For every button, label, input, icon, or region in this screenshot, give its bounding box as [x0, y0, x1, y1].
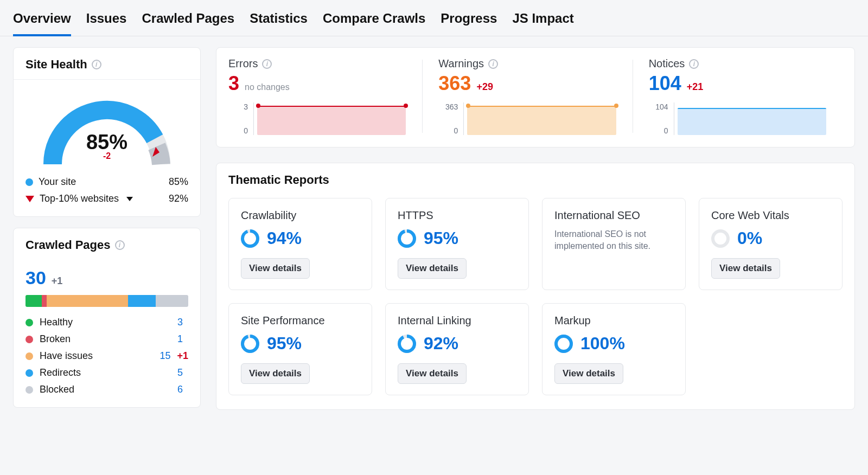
info-icon[interactable]: i	[262, 59, 272, 69]
errors-value: 3	[228, 72, 239, 95]
tab-overview[interactable]: Overview	[13, 11, 71, 36]
report-card-international: International SEOInternational SEO is no…	[542, 198, 686, 290]
crawled-row-redirects[interactable]: Redirects5	[25, 367, 188, 378]
view-details-button[interactable]: View details	[241, 258, 310, 279]
progress-ring-icon	[241, 335, 259, 353]
dot-icon	[25, 178, 33, 186]
thematic-title: Thematic Reports	[228, 173, 843, 187]
report-metric: 0%	[711, 228, 830, 248]
notices-column[interactable]: Notices i 104 +21 104 0	[633, 57, 843, 135]
segment-healthy[interactable]	[25, 295, 42, 307]
tab-statistics[interactable]: Statistics	[250, 11, 308, 36]
site-health-card: Site Health i 85% -2	[13, 47, 201, 217]
crawled-total[interactable]: 30	[25, 267, 46, 288]
errors-label: Errors	[228, 57, 258, 70]
legend-your-site: Your site 85%	[25, 176, 188, 188]
site-health-percent: 85%	[36, 131, 177, 154]
site-health-title: Site Health	[25, 57, 87, 72]
view-details-button[interactable]: View details	[241, 363, 310, 384]
tab-compare-crawls[interactable]: Compare Crawls	[323, 11, 425, 36]
report-title: International SEO	[554, 209, 673, 222]
segment-broken[interactable]	[42, 295, 47, 307]
svg-point-8	[242, 336, 258, 351]
warnings-column[interactable]: Warnings i 363 +29 363 0	[422, 57, 632, 135]
crawled-pages-title: Crawled Pages	[25, 238, 111, 252]
report-card-https: HTTPS 95% View details	[385, 198, 529, 290]
report-title: HTTPS	[398, 209, 516, 222]
segment-issues[interactable]	[47, 295, 128, 307]
crawled-row-blocked[interactable]: Blocked6	[25, 384, 188, 395]
view-details-button[interactable]: View details	[711, 258, 780, 279]
info-icon[interactable]: i	[488, 59, 498, 69]
crawled-pages-card: Crawled Pages i 30 +1 Healthy3Broken1Hav…	[13, 228, 201, 408]
nav-tabs: OverviewIssuesCrawled PagesStatisticsCom…	[0, 0, 868, 36]
legend-top10[interactable]: Top-10% websites 92%	[25, 193, 188, 204]
report-percent: 92%	[424, 333, 458, 354]
svg-point-2	[242, 231, 258, 246]
warnings-label: Warnings	[438, 57, 484, 70]
issues-summary-panel: Errors i 3 no changes 3 0	[216, 47, 855, 147]
crawled-row-issues[interactable]: Have issues15+1	[25, 350, 188, 362]
info-icon[interactable]: i	[115, 240, 125, 250]
dot-icon	[25, 352, 33, 360]
warnings-delta: +29	[476, 81, 493, 93]
report-title: Core Web Vitals	[711, 209, 830, 222]
dot-icon	[25, 386, 33, 394]
progress-ring-icon	[554, 335, 573, 353]
crawled-label: Redirects	[40, 367, 171, 378]
report-percent: 100%	[580, 333, 625, 354]
view-details-button[interactable]: View details	[554, 363, 623, 384]
notices-value: 104	[649, 72, 681, 95]
report-percent: 0%	[737, 228, 762, 248]
progress-ring-icon	[711, 229, 730, 248]
report-card-internal: Internal Linking 92% View details	[385, 303, 529, 395]
crawled-label: Have issues	[40, 350, 153, 362]
report-title: Markup	[554, 314, 673, 327]
crawled-total-delta: +1	[52, 275, 63, 287]
svg-point-4	[399, 231, 414, 246]
report-card-performance: Site Performance 95% View details	[228, 303, 372, 395]
site-health-delta: -2	[36, 151, 177, 161]
crawled-label: Broken	[40, 333, 171, 345]
view-details-button[interactable]: View details	[398, 258, 467, 279]
info-icon[interactable]: i	[689, 59, 699, 69]
tab-crawled-pages[interactable]: Crawled Pages	[142, 11, 234, 36]
warnings-sparkline: 363 0	[438, 102, 616, 135]
report-metric: 94%	[241, 228, 360, 248]
tab-js-impact[interactable]: JS Impact	[512, 11, 573, 36]
crawled-stacked-bar[interactable]	[25, 295, 188, 307]
progress-ring-icon	[398, 229, 416, 248]
dot-icon	[25, 336, 33, 343]
tab-issues[interactable]: Issues	[86, 11, 127, 36]
tab-progress[interactable]: Progress	[441, 11, 497, 36]
report-title: Crawlability	[241, 209, 360, 222]
crawled-label: Healthy	[40, 317, 171, 328]
report-card-crawlability: Crawlability 94% View details	[228, 198, 372, 290]
report-percent: 95%	[267, 333, 302, 354]
crawled-row-healthy[interactable]: Healthy3	[25, 317, 188, 328]
svg-point-5	[713, 231, 728, 246]
crawled-value: 15	[159, 350, 170, 362]
crawled-value: 6	[177, 384, 188, 395]
segment-blocked[interactable]	[156, 295, 188, 307]
segment-redirects[interactable]	[128, 295, 156, 307]
errors-column[interactable]: Errors i 3 no changes 3 0	[228, 57, 422, 135]
crawled-delta: +1	[177, 350, 188, 362]
crawled-row-broken[interactable]: Broken1	[25, 333, 188, 345]
info-icon[interactable]: i	[92, 60, 101, 69]
report-percent: 94%	[267, 228, 302, 248]
report-metric: 95%	[398, 228, 516, 248]
thematic-reports-panel: Thematic Reports Crawlability 94% View d…	[216, 163, 855, 410]
svg-point-10	[399, 336, 414, 351]
report-metric: 100%	[554, 333, 673, 354]
site-health-gauge: 85% -2	[36, 88, 177, 170]
notices-label: Notices	[649, 57, 685, 70]
progress-ring-icon	[241, 229, 259, 248]
report-metric: 92%	[398, 333, 516, 354]
crawled-value: 5	[177, 367, 188, 378]
warnings-value: 363	[438, 72, 471, 95]
notices-delta: +21	[687, 81, 704, 93]
errors-sub: no changes	[245, 82, 290, 92]
view-details-button[interactable]: View details	[398, 363, 467, 384]
triangle-down-icon	[25, 196, 34, 202]
